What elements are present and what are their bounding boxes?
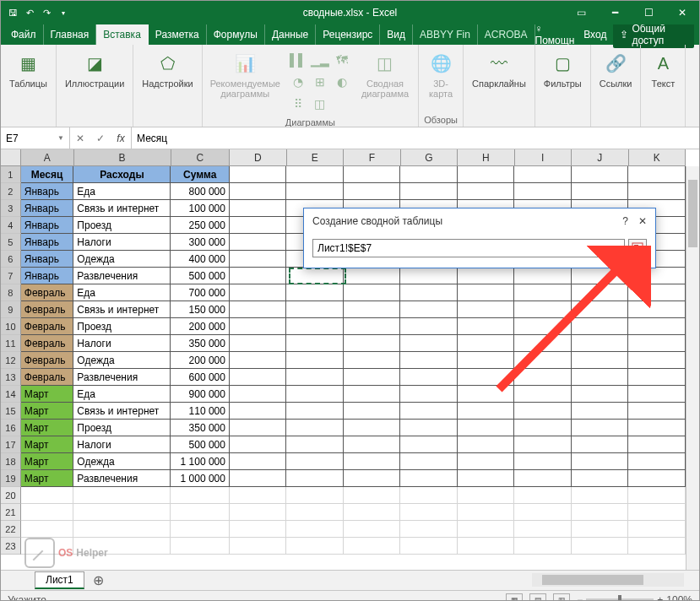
cell[interactable]: 1 000 000 xyxy=(171,470,229,487)
cell[interactable]: Март xyxy=(21,470,74,487)
row-header[interactable]: 15 xyxy=(1,403,21,420)
row-header[interactable]: 18 xyxy=(1,453,21,470)
row-header[interactable]: 2 xyxy=(1,183,21,200)
addins-button[interactable]: ⬠Надстройки xyxy=(137,48,198,90)
column-headers[interactable]: ABC DEF GHI JK xyxy=(21,149,686,166)
maximize-icon[interactable]: ☐ xyxy=(632,1,665,24)
row-header[interactable]: 19 xyxy=(1,470,21,487)
cell[interactable]: 800 000 xyxy=(171,183,229,200)
save-icon[interactable]: 🖫 xyxy=(6,6,19,19)
select-all-corner[interactable] xyxy=(1,149,21,166)
row-header[interactable]: 4 xyxy=(1,217,21,234)
tables-button[interactable]: ▦Таблицы xyxy=(4,48,52,90)
cell[interactable]: Еда xyxy=(73,386,171,403)
row-header[interactable]: 1 xyxy=(1,166,21,183)
enter-formula-icon[interactable]: ✓ xyxy=(90,133,111,144)
signin-link[interactable]: Вход xyxy=(583,29,606,41)
row-header[interactable]: 11 xyxy=(1,335,21,352)
row-header[interactable]: 7 xyxy=(1,268,21,284)
cell[interactable]: 200 000 xyxy=(171,352,229,369)
cell[interactable]: Февраль xyxy=(21,318,74,335)
cell[interactable]: Январь xyxy=(21,268,74,284)
cell[interactable]: 600 000 xyxy=(171,369,229,386)
cell[interactable]: Март xyxy=(21,403,74,420)
cell[interactable]: Январь xyxy=(21,200,74,217)
row-header[interactable]: 5 xyxy=(1,234,21,251)
cell[interactable]: Еда xyxy=(73,183,171,200)
cell[interactable]: 100 000 xyxy=(171,200,229,217)
dialog-help-icon[interactable]: ? xyxy=(622,215,628,227)
dialog-close-icon[interactable]: ✕ xyxy=(638,215,647,227)
cell[interactable]: Налоги xyxy=(73,335,171,352)
tab-acrobat[interactable]: ACROBA xyxy=(478,24,535,45)
cell[interactable]: 1 100 000 xyxy=(171,453,229,470)
cell[interactable]: Развлечения xyxy=(73,470,171,487)
cell[interactable]: Развлечения xyxy=(73,369,171,386)
vertical-scrollbar[interactable] xyxy=(686,166,699,570)
links-button[interactable]: 🔗Ссылки xyxy=(594,48,638,90)
cancel-formula-icon[interactable]: ✕ xyxy=(70,133,90,144)
normal-view-icon[interactable]: ▦ xyxy=(506,593,523,602)
illustrations-button[interactable]: ◪Иллюстрации xyxy=(60,48,129,90)
row-header[interactable]: 13 xyxy=(1,369,21,386)
cell[interactable]: Одежда xyxy=(73,251,171,268)
formula-input[interactable] xyxy=(132,127,699,149)
tell-me[interactable]: ♀ Помощн xyxy=(535,23,578,46)
cell[interactable]: Февраль xyxy=(21,301,74,318)
cell[interactable]: Январь xyxy=(21,234,74,251)
create-pivot-dialog[interactable]: Создание сводной таблицы ? ✕ xyxy=(303,208,656,268)
cell[interactable]: Еда xyxy=(73,284,171,301)
cell[interactable]: Расходы xyxy=(73,166,171,183)
qat-dropdown-icon[interactable]: ▾ xyxy=(57,6,70,19)
cell[interactable]: Февраль xyxy=(21,284,74,301)
cell[interactable]: 250 000 xyxy=(171,217,229,234)
cell[interactable]: Проезд xyxy=(73,318,171,335)
fx-icon[interactable]: fx xyxy=(111,133,131,144)
page-break-icon[interactable]: ▥ xyxy=(553,593,570,602)
cell[interactable]: Сумма xyxy=(171,166,229,183)
cell[interactable]: Проезд xyxy=(73,217,171,234)
range-input[interactable] xyxy=(312,239,625,257)
cell[interactable]: Связь и интернет xyxy=(73,200,171,217)
tab-insert[interactable]: Вставка xyxy=(96,24,149,45)
cell[interactable]: 900 000 xyxy=(171,386,229,403)
tab-home[interactable]: Главная xyxy=(44,24,97,45)
tab-view[interactable]: Вид xyxy=(380,24,413,45)
row-header[interactable]: 20 xyxy=(1,487,21,504)
filters-button[interactable]: ▢Фильтры xyxy=(539,48,587,90)
symbols-button[interactable]: ΩС xyxy=(689,48,699,90)
cell[interactable]: 110 000 xyxy=(171,403,229,420)
minimize-icon[interactable]: ━ xyxy=(598,1,632,24)
horizontal-scrollbar[interactable] xyxy=(532,573,684,587)
cell[interactable]: Одежда xyxy=(73,352,171,369)
cell[interactable]: Связь и интернет xyxy=(73,403,171,420)
row-header[interactable]: 21 xyxy=(1,504,21,521)
cell[interactable]: 700 000 xyxy=(171,284,229,301)
range-picker-icon[interactable] xyxy=(628,239,647,257)
cell[interactable]: Февраль xyxy=(21,352,74,369)
cell[interactable]: 350 000 xyxy=(171,335,229,352)
cell[interactable]: 400 000 xyxy=(171,251,229,268)
ribbon-options-icon[interactable]: ▭ xyxy=(564,1,598,24)
cell[interactable]: 500 000 xyxy=(171,268,229,284)
row-header[interactable]: 8 xyxy=(1,284,21,301)
cell[interactable]: 300 000 xyxy=(171,234,229,251)
cell[interactable]: Налоги xyxy=(73,436,171,453)
tab-file[interactable]: Файл xyxy=(4,24,44,45)
cell[interactable]: Март xyxy=(21,436,74,453)
sheet-tab[interactable]: Лист1 xyxy=(35,571,84,589)
cell[interactable]: Март xyxy=(21,453,74,470)
row-header[interactable]: 17 xyxy=(1,436,21,453)
cell[interactable]: 500 000 xyxy=(171,436,229,453)
cell[interactable]: Развлечения xyxy=(73,268,171,284)
cell[interactable]: 150 000 xyxy=(171,301,229,318)
cell[interactable]: Март xyxy=(21,420,74,436)
tab-formulas[interactable]: Формулы xyxy=(207,24,265,45)
row-header[interactable]: 9 xyxy=(1,301,21,318)
cell[interactable]: Март xyxy=(21,386,74,403)
row-header[interactable]: 3 xyxy=(1,200,21,217)
cell[interactable]: Месяц xyxy=(21,166,74,183)
name-box[interactable]: E7▼ xyxy=(1,127,70,149)
cell[interactable]: Февраль xyxy=(21,369,74,386)
redo-icon[interactable]: ↷ xyxy=(40,6,53,19)
